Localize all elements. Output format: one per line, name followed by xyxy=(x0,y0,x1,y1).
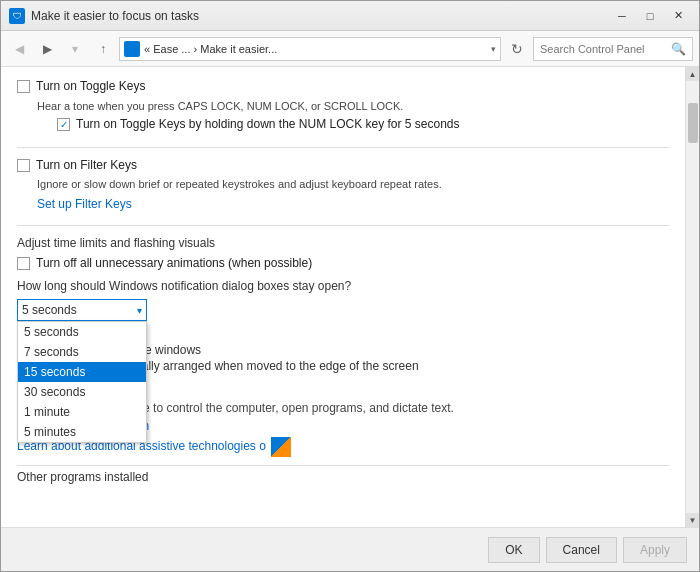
address-icon xyxy=(124,41,140,57)
dropdown-option-30sec[interactable]: 30 seconds xyxy=(18,382,146,402)
ok-button[interactable]: OK xyxy=(488,537,539,563)
dropdown-list: 5 seconds 7 seconds 15 seconds 30 second… xyxy=(17,321,147,443)
address-bar[interactable]: « Ease ... › Make it easier... ▾ xyxy=(119,37,501,61)
animations-row: Turn off all unnecessary animations (whe… xyxy=(17,256,669,272)
scrollbar[interactable]: ▲ ▼ xyxy=(685,67,699,527)
toggle-keys-hold-label: Turn on Toggle Keys by holding down the … xyxy=(76,117,460,133)
minimize-button[interactable]: ─ xyxy=(609,6,635,26)
dropdown-option-1min[interactable]: 1 minute xyxy=(18,402,146,422)
scroll-thumb[interactable] xyxy=(688,103,698,143)
toggle-keys-section: Turn on Toggle Keys Hear a tone when you… xyxy=(17,79,669,133)
animations-label: Turn off all unnecessary animations (whe… xyxy=(36,256,312,272)
search-input[interactable] xyxy=(540,43,671,55)
window-title: Make it easier to focus on tasks xyxy=(31,9,609,23)
make-label-cont: indows xyxy=(164,343,201,357)
dropdown-option-5min[interactable]: 5 minutes xyxy=(18,422,146,442)
filter-keys-description: Ignore or slow down brief or repeated ke… xyxy=(37,178,442,190)
back-button[interactable]: ◀ xyxy=(7,37,31,61)
toggle-keys-label: Turn on Toggle Keys xyxy=(36,79,145,95)
address-dropdown-arrow[interactable]: ▾ xyxy=(491,44,496,54)
title-bar: 🛡 Make it easier to focus on tasks ─ □ ✕ xyxy=(1,1,699,31)
bottom-bar: OK Cancel Apply xyxy=(1,527,699,571)
adjust-section: Adjust time limits and flashing visuals … xyxy=(17,236,669,330)
main-window: 🛡 Make it easier to focus on tasks ─ □ ✕… xyxy=(0,0,700,572)
dropdown-selected-value: 5 seconds xyxy=(22,303,77,317)
content-area: Turn on Toggle Keys Hear a tone when you… xyxy=(1,67,699,527)
maximize-button[interactable]: □ xyxy=(637,6,663,26)
search-bar[interactable]: 🔍 xyxy=(533,37,693,61)
other-programs-section: Other programs installed xyxy=(17,465,669,484)
up-button[interactable]: ↑ xyxy=(91,37,115,61)
dropdown-option-5sec[interactable]: 5 seconds xyxy=(18,322,146,342)
filter-keys-checkbox[interactable] xyxy=(17,159,30,172)
divider-1 xyxy=(17,147,669,148)
filter-keys-row: Turn on Filter Keys xyxy=(17,158,669,174)
scroll-down-arrow[interactable]: ▼ xyxy=(686,513,700,527)
filter-keys-label: Turn on Filter Keys xyxy=(36,158,137,174)
scroll-up-arrow[interactable]: ▲ xyxy=(686,67,700,81)
toggle-keys-row: Turn on Toggle Keys xyxy=(17,79,669,95)
title-bar-buttons: ─ □ ✕ xyxy=(609,6,691,26)
refresh-button[interactable]: ↻ xyxy=(505,37,529,61)
toggle-keys-checkbox[interactable] xyxy=(17,80,30,93)
learn-icon xyxy=(271,437,291,457)
notification-duration-dropdown[interactable]: 5 seconds ▾ 5 seconds 7 seconds 15 secon… xyxy=(17,299,147,321)
address-text: « Ease ... › Make it easier... xyxy=(144,43,487,55)
notification-question: How long should Windows notification dia… xyxy=(17,279,669,293)
dropdown-option-15sec[interactable]: 15 seconds xyxy=(18,362,146,382)
adjust-section-title: Adjust time limits and flashing visuals xyxy=(17,236,669,250)
scroll-track[interactable] xyxy=(686,81,699,513)
apply-button[interactable]: Apply xyxy=(623,537,687,563)
close-button[interactable]: ✕ xyxy=(665,6,691,26)
toggle-keys-sub-row: Turn on Toggle Keys by holding down the … xyxy=(57,117,669,133)
divider-2 xyxy=(17,225,669,226)
animations-checkbox[interactable] xyxy=(17,257,30,270)
toggle-keys-description: Hear a tone when you press CAPS LOCK, NU… xyxy=(37,100,403,112)
forward-button[interactable]: ▶ xyxy=(35,37,59,61)
search-icon[interactable]: 🔍 xyxy=(671,42,686,56)
toggle-keys-hold-checkbox[interactable] xyxy=(57,118,70,131)
filter-keys-section: Turn on Filter Keys Ignore or slow down … xyxy=(17,158,669,211)
window-icon: 🛡 xyxy=(9,8,25,24)
setup-filter-keys-link[interactable]: Set up Filter Keys xyxy=(37,197,669,211)
nav-bar: ◀ ▶ ▾ ↑ « Ease ... › Make it easier... ▾… xyxy=(1,31,699,67)
other-programs-label: Other programs installed xyxy=(17,470,148,484)
dropdown-arrow-icon: ▾ xyxy=(137,305,142,316)
recent-pages-button[interactable]: ▾ xyxy=(63,37,87,61)
dropdown-option-7sec[interactable]: 7 seconds xyxy=(18,342,146,362)
main-content: Turn on Toggle Keys Hear a tone when you… xyxy=(1,67,685,527)
dropdown-select[interactable]: 5 seconds ▾ xyxy=(17,299,147,321)
cancel-button[interactable]: Cancel xyxy=(546,537,617,563)
